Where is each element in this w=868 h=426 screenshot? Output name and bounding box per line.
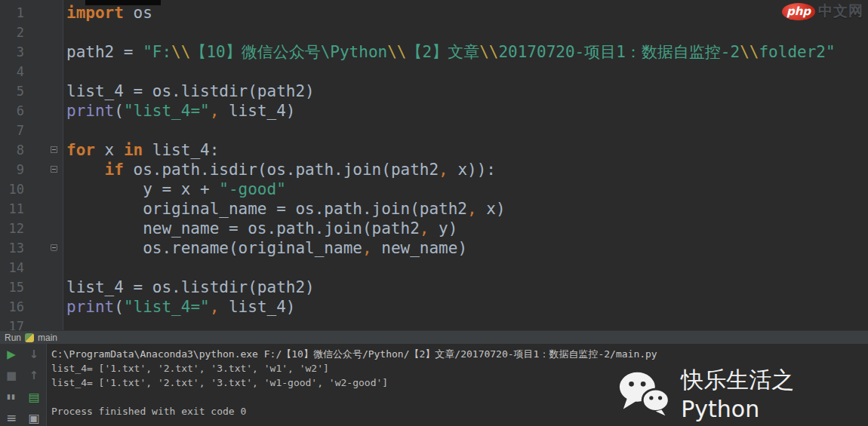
code-line[interactable]: 15list_4 = os.listdir(path2)	[0, 277, 868, 297]
console-toolbar-left	[0, 344, 23, 426]
run-tool-window-tab[interactable]: Run main	[0, 330, 868, 344]
fold-column	[24, 62, 63, 81]
line-number[interactable]: 17	[0, 317, 24, 330]
pause-button[interactable]	[5, 390, 18, 403]
restore-layout-button[interactable]	[27, 411, 41, 424]
code-text: path2 = "F:\\【10】微信公众号\Python\\【2】文章\\20…	[63, 42, 836, 62]
stop-button[interactable]	[5, 369, 18, 382]
code-line[interactable]: 4	[0, 62, 868, 81]
wechat-account-name: 快乐生活之Python	[681, 365, 868, 422]
line-number[interactable]: 3	[0, 42, 24, 62]
line-number[interactable]: 11	[0, 199, 24, 219]
clear-button[interactable]	[5, 411, 18, 424]
fold-start-icon[interactable]	[51, 166, 57, 173]
code-text	[63, 258, 66, 277]
fold-column	[24, 101, 63, 121]
fold-column	[24, 160, 63, 179]
fold-column	[24, 199, 63, 219]
code-text: original_name = os.path.join(path2, x)	[63, 199, 506, 219]
php-logo-suffix: 中文网	[818, 2, 863, 21]
run-config-name: main	[38, 333, 57, 343]
down-stack-button[interactable]	[27, 348, 41, 361]
code-line[interactable]: 5list_4 = os.listdir(path2)	[0, 81, 868, 101]
rerun-button[interactable]	[5, 348, 18, 361]
code-text	[63, 62, 66, 81]
fold-column	[24, 3, 63, 23]
fold-column	[24, 258, 63, 277]
code-line[interactable]: 2	[0, 23, 868, 42]
fold-column	[24, 238, 63, 258]
code-line[interactable]: 8for x in list_4:	[0, 140, 868, 160]
php-logo-icon: php	[782, 3, 815, 20]
editor-lines: 1import os23path2 = "F:\\【10】微信公众号\Pytho…	[0, 3, 868, 330]
line-number[interactable]: 12	[0, 219, 24, 238]
code-text	[63, 121, 66, 140]
code-line[interactable]: 9 if os.path.isdir(os.path.join(path2, x…	[0, 160, 868, 179]
wechat-icon	[617, 370, 672, 417]
code-text: for x in list_4:	[63, 140, 219, 160]
line-number[interactable]: 16	[0, 297, 24, 317]
line-number[interactable]: 8	[0, 140, 24, 160]
line-number[interactable]: 15	[0, 277, 24, 297]
fold-column	[24, 277, 63, 297]
line-number[interactable]: 13	[0, 238, 24, 258]
code-line[interactable]: 11 original_name = os.path.join(path2, x…	[0, 199, 868, 219]
code-line[interactable]: 10 y = x + "-good"	[0, 179, 868, 199]
code-line[interactable]: 14	[0, 258, 868, 277]
code-line[interactable]: 12 new_name = os.path.join(path2, y)	[0, 219, 868, 238]
code-line[interactable]: 6print("list_4=", list_4)	[0, 101, 868, 121]
console-line: C:\ProgramData\Anaconda3\python.exe F:/【…	[51, 347, 868, 361]
code-text: y = x + "-good"	[63, 179, 286, 199]
fold-column	[24, 297, 63, 317]
line-number[interactable]: 1	[0, 3, 24, 23]
code-line[interactable]: 13 os.rename(original_name, new_name)	[0, 238, 868, 258]
line-number[interactable]: 9	[0, 160, 24, 179]
code-line[interactable]: 3path2 = "F:\\【10】微信公众号\Python\\【2】文章\\2…	[0, 42, 868, 62]
fold-column	[24, 317, 63, 330]
fold-column	[24, 219, 63, 238]
up-stack-button[interactable]	[27, 369, 41, 382]
code-text: print("list_4=", list_4)	[63, 297, 295, 317]
python-icon	[25, 333, 34, 342]
console-toolbar	[0, 344, 47, 426]
run-tab-label: Run	[5, 333, 21, 343]
line-number[interactable]: 14	[0, 258, 24, 277]
line-number[interactable]: 5	[0, 81, 24, 101]
fold-column	[24, 42, 63, 62]
line-number[interactable]: 4	[0, 62, 24, 81]
code-text: list_4 = os.listdir(path2)	[63, 277, 315, 297]
code-line[interactable]: 17	[0, 317, 868, 330]
line-number[interactable]: 7	[0, 121, 24, 140]
fold-start-icon[interactable]	[51, 146, 57, 153]
fold-end-icon[interactable]	[51, 244, 57, 251]
php-cn-watermark: php 中文网	[782, 2, 863, 21]
console-toolbar-right	[23, 344, 45, 426]
code-editor[interactable]: 1import os23path2 = "F:\\【10】微信公众号\Pytho…	[0, 0, 868, 330]
line-number[interactable]: 6	[0, 101, 24, 121]
code-text: os.rename(original_name, new_name)	[63, 238, 467, 258]
console-settings-button[interactable]	[27, 390, 41, 403]
line-number[interactable]: 2	[0, 23, 24, 42]
fold-column	[24, 81, 63, 101]
line-number[interactable]: 10	[0, 179, 24, 199]
fold-column	[24, 140, 63, 160]
fold-column	[24, 179, 63, 199]
code-text: if os.path.isdir(os.path.join(path2, x))…	[63, 160, 496, 179]
code-line[interactable]: 1import os	[0, 3, 868, 23]
code-text: list_4 = os.listdir(path2)	[63, 81, 315, 101]
code-line[interactable]: 7	[0, 121, 868, 140]
code-text: import os	[63, 3, 152, 23]
code-text: print("list_4=", list_4)	[63, 101, 295, 121]
code-text	[63, 317, 66, 330]
code-line[interactable]: 16print("list_4=", list_4)	[0, 297, 868, 317]
wechat-watermark: 快乐生活之Python	[617, 365, 868, 422]
code-text	[63, 23, 66, 42]
fold-column	[24, 121, 63, 140]
fold-column	[24, 23, 63, 42]
window-notch	[85, 0, 161, 5]
code-text: new_name = os.path.join(path2, y)	[63, 219, 457, 238]
